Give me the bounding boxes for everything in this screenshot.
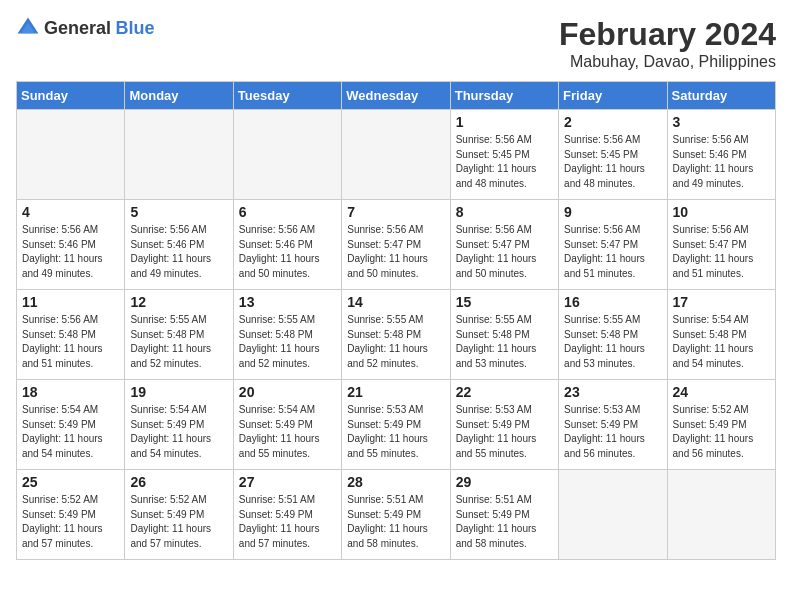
cell-info: Sunrise: 5:56 AMSunset: 5:47 PMDaylight:… (347, 223, 444, 281)
calendar-cell: 12Sunrise: 5:55 AMSunset: 5:48 PMDayligh… (125, 290, 233, 380)
day-number: 4 (22, 204, 119, 220)
calendar-cell: 29Sunrise: 5:51 AMSunset: 5:49 PMDayligh… (450, 470, 558, 560)
calendar-cell (342, 110, 450, 200)
calendar-cell: 4Sunrise: 5:56 AMSunset: 5:46 PMDaylight… (17, 200, 125, 290)
day-number: 3 (673, 114, 770, 130)
day-number: 18 (22, 384, 119, 400)
day-number: 25 (22, 474, 119, 490)
day-number: 6 (239, 204, 336, 220)
day-number: 10 (673, 204, 770, 220)
calendar-week-4: 18Sunrise: 5:54 AMSunset: 5:49 PMDayligh… (17, 380, 776, 470)
cell-info: Sunrise: 5:54 AMSunset: 5:49 PMDaylight:… (130, 403, 227, 461)
cell-info: Sunrise: 5:56 AMSunset: 5:46 PMDaylight:… (239, 223, 336, 281)
day-number: 8 (456, 204, 553, 220)
calendar-cell: 16Sunrise: 5:55 AMSunset: 5:48 PMDayligh… (559, 290, 667, 380)
cell-info: Sunrise: 5:53 AMSunset: 5:49 PMDaylight:… (564, 403, 661, 461)
cell-info: Sunrise: 5:52 AMSunset: 5:49 PMDaylight:… (130, 493, 227, 551)
calendar-cell: 19Sunrise: 5:54 AMSunset: 5:49 PMDayligh… (125, 380, 233, 470)
cell-info: Sunrise: 5:55 AMSunset: 5:48 PMDaylight:… (130, 313, 227, 371)
calendar-cell: 9Sunrise: 5:56 AMSunset: 5:47 PMDaylight… (559, 200, 667, 290)
cell-info: Sunrise: 5:55 AMSunset: 5:48 PMDaylight:… (456, 313, 553, 371)
day-number: 2 (564, 114, 661, 130)
calendar-cell: 17Sunrise: 5:54 AMSunset: 5:48 PMDayligh… (667, 290, 775, 380)
cell-info: Sunrise: 5:53 AMSunset: 5:49 PMDaylight:… (456, 403, 553, 461)
calendar-cell: 3Sunrise: 5:56 AMSunset: 5:46 PMDaylight… (667, 110, 775, 200)
cell-info: Sunrise: 5:51 AMSunset: 5:49 PMDaylight:… (347, 493, 444, 551)
calendar-cell: 15Sunrise: 5:55 AMSunset: 5:48 PMDayligh… (450, 290, 558, 380)
day-number: 24 (673, 384, 770, 400)
day-number: 9 (564, 204, 661, 220)
day-header-friday: Friday (559, 82, 667, 110)
cell-info: Sunrise: 5:54 AMSunset: 5:49 PMDaylight:… (22, 403, 119, 461)
calendar-cell: 2Sunrise: 5:56 AMSunset: 5:45 PMDaylight… (559, 110, 667, 200)
day-header-saturday: Saturday (667, 82, 775, 110)
day-number: 28 (347, 474, 444, 490)
calendar-cell (559, 470, 667, 560)
cell-info: Sunrise: 5:56 AMSunset: 5:45 PMDaylight:… (564, 133, 661, 191)
cell-info: Sunrise: 5:56 AMSunset: 5:46 PMDaylight:… (130, 223, 227, 281)
calendar-cell: 28Sunrise: 5:51 AMSunset: 5:49 PMDayligh… (342, 470, 450, 560)
day-number: 13 (239, 294, 336, 310)
cell-info: Sunrise: 5:56 AMSunset: 5:47 PMDaylight:… (456, 223, 553, 281)
calendar-cell (17, 110, 125, 200)
calendar-header-row: SundayMondayTuesdayWednesdayThursdayFrid… (17, 82, 776, 110)
month-title: February 2024 (559, 16, 776, 53)
calendar-cell: 1Sunrise: 5:56 AMSunset: 5:45 PMDaylight… (450, 110, 558, 200)
calendar-body: 1Sunrise: 5:56 AMSunset: 5:45 PMDaylight… (17, 110, 776, 560)
calendar-cell: 5Sunrise: 5:56 AMSunset: 5:46 PMDaylight… (125, 200, 233, 290)
day-header-tuesday: Tuesday (233, 82, 341, 110)
calendar-cell: 26Sunrise: 5:52 AMSunset: 5:49 PMDayligh… (125, 470, 233, 560)
day-number: 22 (456, 384, 553, 400)
cell-info: Sunrise: 5:53 AMSunset: 5:49 PMDaylight:… (347, 403, 444, 461)
day-number: 21 (347, 384, 444, 400)
cell-info: Sunrise: 5:56 AMSunset: 5:46 PMDaylight:… (673, 133, 770, 191)
calendar-cell: 23Sunrise: 5:53 AMSunset: 5:49 PMDayligh… (559, 380, 667, 470)
day-number: 29 (456, 474, 553, 490)
day-header-wednesday: Wednesday (342, 82, 450, 110)
day-number: 23 (564, 384, 661, 400)
calendar-cell (125, 110, 233, 200)
day-header-monday: Monday (125, 82, 233, 110)
calendar-cell: 11Sunrise: 5:56 AMSunset: 5:48 PMDayligh… (17, 290, 125, 380)
cell-info: Sunrise: 5:52 AMSunset: 5:49 PMDaylight:… (22, 493, 119, 551)
logo: General Blue (16, 16, 155, 40)
cell-info: Sunrise: 5:54 AMSunset: 5:49 PMDaylight:… (239, 403, 336, 461)
logo-general: General (44, 18, 111, 38)
cell-info: Sunrise: 5:55 AMSunset: 5:48 PMDaylight:… (239, 313, 336, 371)
calendar-cell: 14Sunrise: 5:55 AMSunset: 5:48 PMDayligh… (342, 290, 450, 380)
calendar-cell: 24Sunrise: 5:52 AMSunset: 5:49 PMDayligh… (667, 380, 775, 470)
location-title: Mabuhay, Davao, Philippines (559, 53, 776, 71)
cell-info: Sunrise: 5:54 AMSunset: 5:48 PMDaylight:… (673, 313, 770, 371)
day-number: 12 (130, 294, 227, 310)
cell-info: Sunrise: 5:51 AMSunset: 5:49 PMDaylight:… (239, 493, 336, 551)
calendar-cell: 20Sunrise: 5:54 AMSunset: 5:49 PMDayligh… (233, 380, 341, 470)
calendar-cell: 27Sunrise: 5:51 AMSunset: 5:49 PMDayligh… (233, 470, 341, 560)
cell-info: Sunrise: 5:51 AMSunset: 5:49 PMDaylight:… (456, 493, 553, 551)
calendar-cell: 18Sunrise: 5:54 AMSunset: 5:49 PMDayligh… (17, 380, 125, 470)
calendar-cell: 22Sunrise: 5:53 AMSunset: 5:49 PMDayligh… (450, 380, 558, 470)
day-header-thursday: Thursday (450, 82, 558, 110)
cell-info: Sunrise: 5:56 AMSunset: 5:47 PMDaylight:… (564, 223, 661, 281)
day-number: 26 (130, 474, 227, 490)
day-number: 19 (130, 384, 227, 400)
calendar-cell: 6Sunrise: 5:56 AMSunset: 5:46 PMDaylight… (233, 200, 341, 290)
day-number: 11 (22, 294, 119, 310)
cell-info: Sunrise: 5:56 AMSunset: 5:45 PMDaylight:… (456, 133, 553, 191)
title-block: February 2024 Mabuhay, Davao, Philippine… (559, 16, 776, 71)
day-number: 16 (564, 294, 661, 310)
day-number: 5 (130, 204, 227, 220)
calendar-cell: 8Sunrise: 5:56 AMSunset: 5:47 PMDaylight… (450, 200, 558, 290)
logo-blue: Blue (116, 18, 155, 38)
calendar-week-1: 1Sunrise: 5:56 AMSunset: 5:45 PMDaylight… (17, 110, 776, 200)
calendar-week-2: 4Sunrise: 5:56 AMSunset: 5:46 PMDaylight… (17, 200, 776, 290)
calendar-week-3: 11Sunrise: 5:56 AMSunset: 5:48 PMDayligh… (17, 290, 776, 380)
cell-info: Sunrise: 5:56 AMSunset: 5:48 PMDaylight:… (22, 313, 119, 371)
cell-info: Sunrise: 5:55 AMSunset: 5:48 PMDaylight:… (347, 313, 444, 371)
day-number: 1 (456, 114, 553, 130)
calendar-cell (233, 110, 341, 200)
calendar-cell: 21Sunrise: 5:53 AMSunset: 5:49 PMDayligh… (342, 380, 450, 470)
calendar-cell: 25Sunrise: 5:52 AMSunset: 5:49 PMDayligh… (17, 470, 125, 560)
day-number: 17 (673, 294, 770, 310)
day-number: 27 (239, 474, 336, 490)
day-header-sunday: Sunday (17, 82, 125, 110)
